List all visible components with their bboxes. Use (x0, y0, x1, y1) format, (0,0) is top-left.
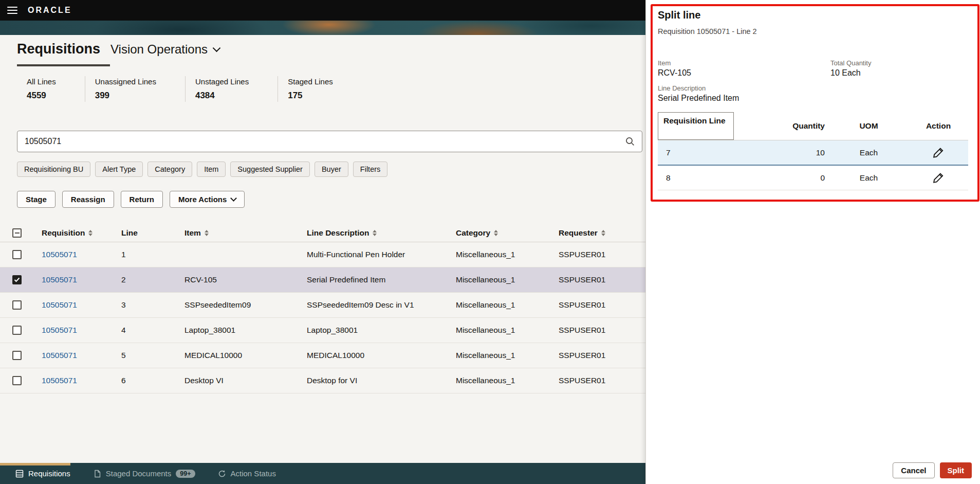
chevron-down-icon (213, 44, 221, 52)
infolet-all-lines[interactable]: All Lines 4559 (17, 76, 85, 102)
filter-chip-requisitioning-bu[interactable]: Requisitioning BU (17, 162, 90, 177)
row-checkbox[interactable] (12, 326, 22, 335)
field-line-description: Line Description Serial Predefined Item (658, 84, 966, 103)
search-input[interactable] (17, 137, 625, 146)
search-icon[interactable] (625, 136, 635, 147)
return-button[interactable]: Return (121, 191, 163, 208)
field-total-quantity: Total Quantity 10 Each (830, 59, 966, 78)
panel-fields: Item RCV-105 Total Quantity 10 Each Line… (658, 59, 966, 103)
edit-pencil-icon[interactable] (933, 147, 944, 158)
column-header-requisition[interactable]: Requisition (42, 228, 121, 238)
column-header-item[interactable]: Item (184, 228, 307, 238)
field-item: Item RCV-105 (658, 59, 830, 78)
sort-icon (494, 230, 498, 236)
dock-item-staged-documents[interactable]: Staged Documents 99+ (93, 469, 195, 478)
requisition-link[interactable]: 10505071 (42, 300, 77, 309)
requisition-link[interactable]: 10505071 (42, 275, 77, 284)
infolet-bar: All Lines 4559 Unassigned Lines 399 Unst… (17, 76, 362, 102)
search-bar (17, 131, 642, 152)
reassign-button[interactable]: Reassign (62, 191, 114, 208)
table-row[interactable]: 10505071 4 Laptop_38001 Laptop_38001 Mis… (0, 318, 645, 343)
table-header-row: Requisition Line Item Line Description C… (0, 224, 645, 242)
dock-item-action-status[interactable]: Action Status (218, 469, 276, 478)
split-row[interactable]: 7 10 Each (658, 140, 968, 166)
filter-chip-item[interactable]: Item (197, 162, 226, 177)
more-actions-button[interactable]: More Actions (170, 191, 245, 208)
column-header-line-description[interactable]: Line Description (307, 228, 456, 238)
stage-button[interactable]: Stage (17, 191, 56, 208)
dock-item-requisitions[interactable]: Requisitions (15, 469, 70, 478)
filter-chip-buyer[interactable]: Buyer (315, 162, 348, 177)
panel-title: Split line (658, 9, 700, 21)
column-header-category[interactable]: Category (456, 228, 559, 238)
split-row[interactable]: 8 0 Each (658, 166, 968, 190)
filter-chip-suggested-supplier[interactable]: Suggested Supplier (230, 162, 310, 177)
page-title: Requisitions (17, 41, 100, 57)
sort-icon (205, 230, 209, 236)
split-button[interactable]: Split (940, 462, 972, 478)
infolet-staged-lines[interactable]: Staged Lines 175 (278, 76, 362, 102)
panel-footer: Cancel Split (893, 462, 972, 478)
row-checkbox[interactable] (12, 250, 22, 259)
action-status-icon (218, 470, 226, 478)
column-header-line[interactable]: Line (121, 228, 184, 238)
edit-pencil-icon[interactable] (933, 172, 944, 184)
oracle-logo: ORACLE (28, 6, 72, 15)
table-row-selected[interactable]: 10505071 2 RCV-105 Serial Predefined Ite… (0, 267, 645, 293)
table-row[interactable]: 10505071 1 Multi-Functional Pen Holder M… (0, 242, 645, 267)
table-row[interactable]: 10505071 3 SSPseededItem09 SSPseededItem… (0, 293, 645, 318)
requisition-link[interactable]: 10505071 (42, 250, 77, 259)
infolet-unstaged-lines[interactable]: Unstaged Lines 4384 (185, 76, 278, 102)
filter-chip-alert-type[interactable]: Alert Type (95, 162, 143, 177)
column-header-uom: UOM (829, 112, 909, 140)
row-checkbox[interactable] (12, 275, 22, 284)
chevron-down-icon (230, 195, 237, 202)
column-header-quantity: Quantity (734, 112, 829, 140)
column-header-action: Action (909, 112, 968, 140)
sort-icon (373, 230, 377, 236)
filter-chip-filters[interactable]: Filters (353, 162, 387, 177)
table-row[interactable]: 10505071 5 MEDICAL10000 MEDICAL10000 Mis… (0, 343, 645, 368)
requisition-link[interactable]: 10505071 (42, 376, 77, 385)
split-line-panel: Split line Requisition 10505071 - Line 2… (645, 0, 980, 484)
title-underline (17, 64, 110, 66)
business-unit-label: Vision Operations (110, 42, 208, 57)
page-header: Requisitions Vision Operations (17, 41, 219, 57)
action-toolbar: Stage Reassign Return More Actions (17, 191, 245, 208)
row-checkbox[interactable] (12, 376, 22, 385)
split-table-header: Requisition Line Quantity UOM Action (658, 112, 968, 140)
menu-icon[interactable] (7, 7, 17, 14)
requisition-link[interactable]: 10505071 (42, 326, 77, 334)
business-unit-selector[interactable]: Vision Operations (110, 42, 219, 57)
sort-icon (88, 230, 93, 236)
select-all-checkbox[interactable] (12, 228, 22, 238)
sort-icon (601, 230, 605, 236)
column-header-requester[interactable]: Requester (559, 228, 645, 238)
split-lines-table: Requisition Line Quantity UOM Action 7 1… (658, 112, 968, 190)
app-window: ORACLE Requisitions Vision Operations Al… (0, 0, 980, 484)
row-checkbox[interactable] (12, 300, 22, 310)
column-header-requisition-line[interactable]: Requisition Line (658, 112, 734, 140)
requisitions-icon (15, 470, 24, 478)
filter-chip-category[interactable]: Category (147, 162, 192, 177)
requisition-lines-table: Requisition Line Item Line Description C… (0, 224, 645, 393)
cancel-button[interactable]: Cancel (893, 462, 934, 478)
main-content: Requisitions Vision Operations All Lines… (0, 35, 645, 463)
row-checkbox[interactable] (12, 351, 22, 360)
panel-subtitle: Requisition 10505071 - Line 2 (658, 27, 757, 35)
active-tab-indicator (0, 463, 70, 465)
filter-chip-bar: Requisitioning BU Alert Type Category It… (17, 162, 387, 177)
table-row[interactable]: 10505071 6 Desktop VI Desktop for VI Mis… (0, 368, 645, 393)
requisition-link[interactable]: 10505071 (42, 351, 77, 360)
staged-documents-badge: 99+ (176, 470, 195, 478)
staged-documents-icon (93, 470, 101, 478)
infolet-unassigned-lines[interactable]: Unassigned Lines 399 (85, 76, 185, 102)
